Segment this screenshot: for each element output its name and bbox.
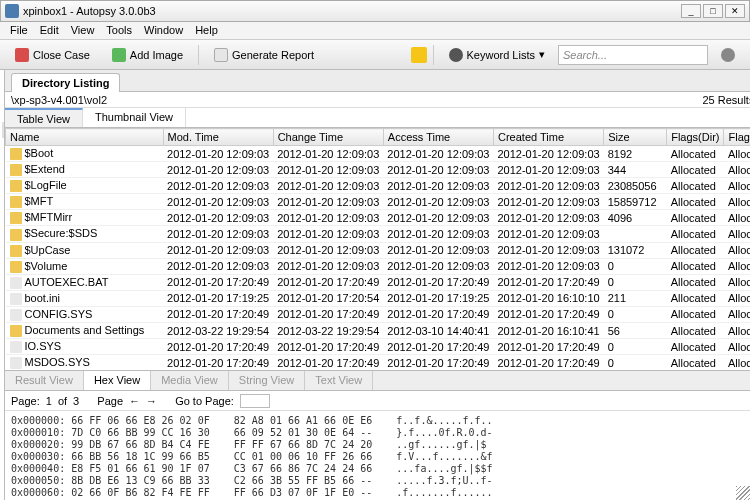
table-row[interactable]: CONFIG.SYS2012-01-20 17:20:492012-01-20 … <box>6 306 751 322</box>
detail-tab[interactable]: String View <box>229 371 305 390</box>
file-icon <box>10 180 22 192</box>
plus-icon <box>112 48 126 62</box>
table-row[interactable]: $MFT2012-01-20 12:09:032012-01-20 12:09:… <box>6 194 751 210</box>
window-controls: _ □ ✕ <box>681 4 745 18</box>
menu-window[interactable]: Window <box>138 22 189 39</box>
next-page-icon[interactable]: → <box>146 395 157 407</box>
view-tabs: Table ViewThumbnail View <box>5 108 750 128</box>
menu-tools[interactable]: Tools <box>100 22 138 39</box>
table-row[interactable]: AUTOEXEC.BAT2012-01-20 17:20:492012-01-2… <box>6 274 751 290</box>
tree-item[interactable]: -Results <box>2 474 4 490</box>
keyword-lists-button[interactable]: Keyword Lists ▾ <box>440 44 554 66</box>
file-icon <box>10 245 22 257</box>
list-icon <box>449 48 463 62</box>
app-icon <box>5 4 19 18</box>
column-header[interactable]: Flags(Dir) <box>667 129 724 146</box>
add-image-button[interactable]: Add Image <box>103 44 192 66</box>
column-header[interactable]: Mod. Time <box>163 129 273 146</box>
goto-page-input[interactable] <box>240 394 270 408</box>
table-row[interactable]: $Boot2012-01-20 12:09:032012-01-20 12:09… <box>6 146 751 162</box>
column-header[interactable]: Flags <box>724 129 750 146</box>
file-icon <box>10 357 22 369</box>
view-tab[interactable]: Thumbnail View <box>83 108 186 127</box>
result-count: 25 Results <box>702 94 750 105</box>
table-row[interactable]: Documents and Settings2012-03-22 19:29:5… <box>6 323 751 339</box>
maximize-button[interactable]: □ <box>703 4 723 18</box>
menu-view[interactable]: View <box>65 22 101 39</box>
file-icon <box>10 341 22 353</box>
content-panel: Directory Listing \xp-sp3-v4.001\vol2 25… <box>5 70 750 500</box>
column-header[interactable]: Created Time <box>493 129 603 146</box>
detail-tabs: Result ViewHex ViewMedia ViewString View… <box>5 371 750 391</box>
column-header[interactable]: Name <box>6 129 164 146</box>
table-row[interactable]: IO.SYS2012-01-20 17:20:492012-01-20 17:2… <box>6 339 751 355</box>
file-icon <box>10 261 22 273</box>
column-header[interactable]: Access Time <box>383 129 493 146</box>
detail-tab[interactable]: Media View <box>151 371 229 390</box>
resize-grip[interactable] <box>736 486 750 500</box>
search-icon <box>721 48 735 62</box>
search-button[interactable] <box>712 44 744 66</box>
detail-tab[interactable]: Result View <box>5 371 84 390</box>
table-row[interactable]: $MFTMirr2012-01-20 12:09:032012-01-20 12… <box>6 210 751 226</box>
detail-tab[interactable]: Text View <box>305 371 373 390</box>
prev-page-icon[interactable]: ← <box>129 395 140 407</box>
close-button[interactable]: ✕ <box>725 4 745 18</box>
listing-tabs: Directory Listing <box>5 70 750 92</box>
generate-report-button[interactable]: Generate Report <box>205 44 323 66</box>
window-title: xpinbox1 - Autopsy 3.0.0b3 <box>23 5 156 17</box>
path-bar: \xp-sp3-v4.001\vol2 25 Results <box>5 92 750 108</box>
chevron-down-icon: ▾ <box>539 48 545 61</box>
file-icon <box>10 325 22 337</box>
table-row[interactable]: $Secure:$SDS2012-01-20 12:09:032012-01-2… <box>6 226 751 242</box>
menu-edit[interactable]: Edit <box>34 22 65 39</box>
table-row[interactable]: $UpCase2012-01-20 12:09:032012-01-20 12:… <box>6 242 751 258</box>
warning-icon <box>411 47 427 63</box>
tab-directory-listing[interactable]: Directory Listing <box>11 73 120 92</box>
minimize-button[interactable]: _ <box>681 4 701 18</box>
view-tab[interactable]: Table View <box>5 108 83 127</box>
file-icon <box>10 229 22 241</box>
file-icon <box>10 164 22 176</box>
file-icon <box>10 293 22 305</box>
file-icon <box>10 212 22 224</box>
file-icon <box>10 196 22 208</box>
detail-tab[interactable]: Hex View <box>84 371 151 390</box>
report-icon <box>214 48 228 62</box>
menu-help[interactable]: Help <box>189 22 224 39</box>
column-header[interactable]: Size <box>604 129 667 146</box>
menu-file[interactable]: File <box>4 22 34 39</box>
menubar: FileEditViewToolsWindowHelp <box>0 22 750 40</box>
file-table: NameMod. TimeChange TimeAccess TimeCreat… <box>5 128 750 370</box>
close-case-button[interactable]: Close Case <box>6 44 99 66</box>
file-table-wrap[interactable]: NameMod. TimeChange TimeAccess TimeCreat… <box>5 128 750 370</box>
file-icon <box>10 277 22 289</box>
table-row[interactable]: MSDOS.SYS2012-01-20 17:20:492012-01-20 1… <box>6 355 751 370</box>
file-icon <box>10 148 22 160</box>
table-row[interactable]: $Extend2012-01-20 12:09:032012-01-20 12:… <box>6 162 751 178</box>
toolbar: Close Case Add Image Generate Report Key… <box>0 40 750 70</box>
table-row[interactable]: $LogFile2012-01-20 12:09:032012-01-20 12… <box>6 178 751 194</box>
file-icon <box>10 309 22 321</box>
table-row[interactable]: boot.ini2012-01-20 17:19:252012-01-20 17… <box>6 290 751 306</box>
column-header[interactable]: Change Time <box>273 129 383 146</box>
close-icon <box>15 48 29 62</box>
table-row[interactable]: $Volume2012-01-20 12:09:032012-01-20 12:… <box>6 258 751 274</box>
titlebar: xpinbox1 - Autopsy 3.0.0b3 _ □ ✕ <box>0 0 750 22</box>
separator <box>198 45 199 65</box>
detail-panel: Result ViewHex ViewMedia ViewString View… <box>5 370 750 500</box>
tree-item[interactable]: -Views <box>2 250 4 266</box>
pager: Page: 1 of 3 Page ← → Go to Page: <box>5 391 750 411</box>
path-text: \xp-sp3-v4.001\vol2 <box>11 94 107 105</box>
hex-view[interactable]: 0x000000: 66 FF 06 66 E8 26 02 0F 82 A8 … <box>5 411 750 500</box>
search-input[interactable]: Search... <box>558 45 708 65</box>
tree-item[interactable]: -Images <box>2 74 4 90</box>
separator <box>433 45 434 65</box>
